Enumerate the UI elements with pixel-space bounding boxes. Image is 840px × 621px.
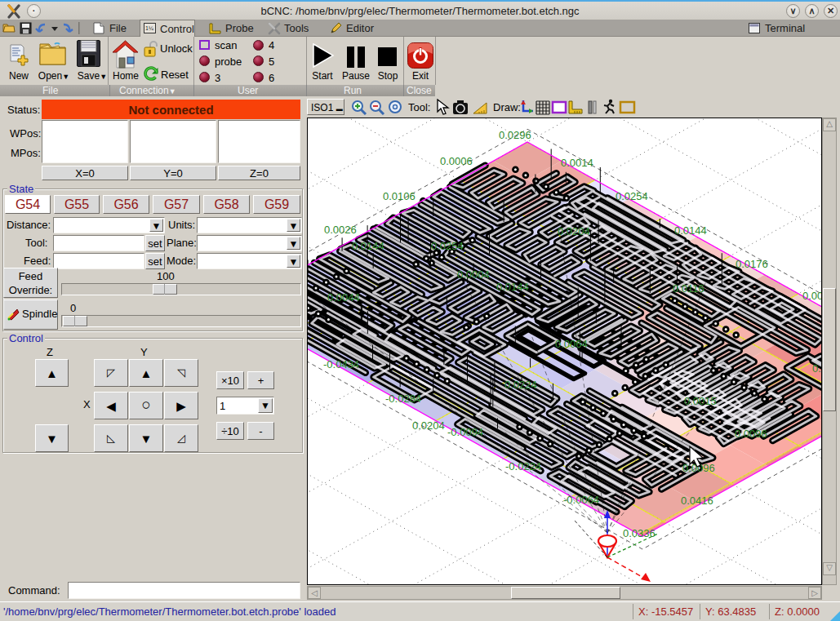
svg-text:0.0014: 0.0014 [561, 157, 593, 169]
svg-text:0.0116: 0.0116 [673, 282, 704, 295]
svg-text:0.0026: 0.0026 [324, 224, 357, 236]
svg-text:0.0004: 0.0004 [457, 268, 490, 281]
svg-text:0.0416: 0.0416 [681, 495, 713, 507]
svg-text:-0.0094: -0.0094 [447, 426, 483, 438]
svg-text:0.0050: 0.0050 [812, 362, 821, 375]
svg-text:-0.0284: -0.0284 [385, 393, 421, 405]
svg-text:-0.0224: -0.0224 [505, 460, 541, 472]
svg-text:0.0296: 0.0296 [499, 129, 531, 141]
svg-text:0.0034: 0.0034 [802, 290, 821, 302]
svg-text:0.0254: 0.0254 [616, 190, 648, 202]
svg-text:0.0064: 0.0064 [555, 338, 588, 350]
svg-text:0.0006: 0.0006 [440, 155, 473, 167]
svg-text:0.0144: 0.0144 [352, 240, 384, 252]
svg-text:1¼: 1¼ [145, 25, 153, 31]
svg-text:-0.0434: -0.0434 [323, 358, 359, 370]
svg-text:0.0176: 0.0176 [736, 258, 768, 270]
svg-text:0.0204: 0.0204 [412, 419, 445, 432]
svg-text:0.0096: 0.0096 [735, 428, 767, 440]
svg-text:0.0044: 0.0044 [327, 291, 360, 304]
svg-text:0.0106: 0.0106 [383, 190, 416, 202]
svg-text:0.0144: 0.0144 [674, 224, 707, 237]
svg-text:-0.0064: -0.0064 [563, 494, 599, 506]
svg-text:0.0224: 0.0224 [504, 379, 537, 391]
svg-text:0.0204: 0.0204 [558, 225, 590, 237]
svg-text:0.0015: 0.0015 [684, 395, 717, 407]
svg-text:0.0144: 0.0144 [496, 281, 529, 293]
svg-text:0.0254: 0.0254 [431, 240, 464, 252]
